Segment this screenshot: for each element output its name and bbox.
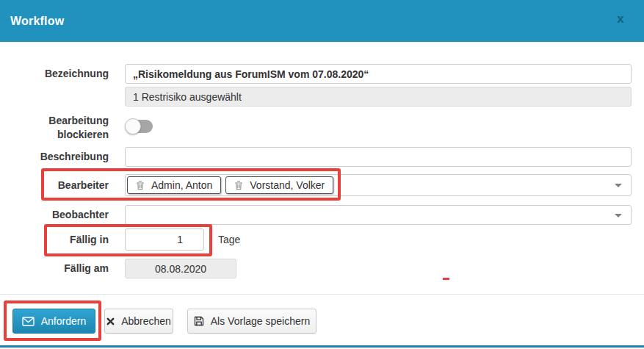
beobachter-multiselect[interactable] xyxy=(125,205,632,225)
annotation-red-dash xyxy=(443,278,449,280)
bearbeiter-tag[interactable]: Vorstand, Volker xyxy=(225,176,333,194)
als-vorlage-speichern-label: Als Vorlage speichern xyxy=(211,315,310,327)
beschreibung-label: Beschreibung xyxy=(0,147,109,167)
cancel-x-icon xyxy=(106,317,115,325)
bearbeiter-label: Bearbeiter xyxy=(0,174,109,196)
als-vorlage-speichern-button[interactable]: Als Vorlage speichern xyxy=(187,309,316,334)
beobachter-label: Beobachter xyxy=(0,205,109,225)
workflow-dialog: Workflow x Bezeichnung Bearbeitung block… xyxy=(0,0,644,349)
dialog-header: Workflow x xyxy=(0,0,644,42)
dialog-bottom-border xyxy=(0,345,644,348)
bearbeiter-tag-name: Vorstand, Volker xyxy=(250,179,325,191)
faellig-am-field xyxy=(125,259,236,278)
close-icon[interactable]: x xyxy=(612,10,629,28)
bearbeitung-blockieren-label: Bearbeitung blockieren xyxy=(0,114,109,142)
faellig-in-input[interactable] xyxy=(125,229,204,251)
abbrechen-button[interactable]: Abbrechen xyxy=(104,309,173,334)
envelope-icon xyxy=(22,317,35,326)
dialog-title: Workflow xyxy=(10,15,64,28)
restrisiko-field xyxy=(125,87,632,107)
chevron-down-icon xyxy=(615,184,622,187)
faellig-in-suffix: Tage xyxy=(218,229,240,251)
trash-icon[interactable] xyxy=(136,181,145,190)
anfordern-button[interactable]: Anfordern xyxy=(12,309,95,334)
bezeichnung-label: Bezeichnung xyxy=(0,64,109,84)
faellig-am-label: Fällig am xyxy=(0,259,109,278)
bearbeitung-blockieren-toggle[interactable] xyxy=(125,119,154,134)
footer-divider xyxy=(0,294,644,295)
bearbeiter-tags: Admin, Anton Vorstand, Volker xyxy=(127,176,333,194)
beschreibung-input[interactable] xyxy=(125,147,632,167)
toggle-knob xyxy=(125,118,141,134)
abbrechen-button-label: Abbrechen xyxy=(121,315,171,327)
trash-icon[interactable] xyxy=(234,181,243,190)
anfordern-button-label: Anfordern xyxy=(41,315,86,327)
faellig-in-label: Fällig in xyxy=(0,229,109,251)
bearbeiter-multiselect[interactable]: Admin, Anton Vorstand, Volker xyxy=(125,174,632,196)
bearbeiter-tag[interactable]: Admin, Anton xyxy=(127,176,221,194)
bearbeiter-tag-name: Admin, Anton xyxy=(151,179,212,191)
chevron-down-icon xyxy=(615,214,622,217)
save-icon xyxy=(194,316,204,326)
bezeichnung-input[interactable] xyxy=(125,64,632,84)
